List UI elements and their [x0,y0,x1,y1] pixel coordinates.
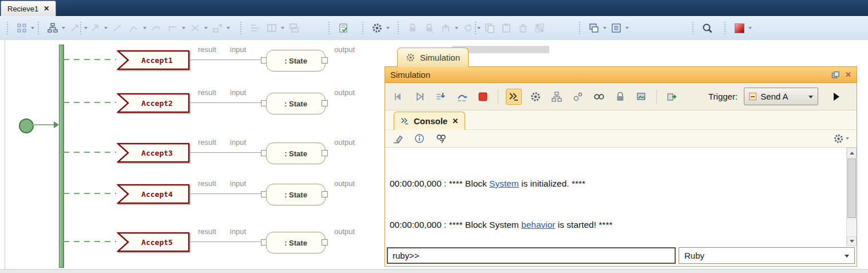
toolbar-grip[interactable] [38,22,41,34]
scrollbar-up-button[interactable] [847,148,857,157]
output-pin[interactable] [322,191,328,197]
console-options-button[interactable] [833,133,849,144]
output-pin[interactable] [322,100,328,106]
diagram-options-button[interactable] [370,21,384,35]
lock-edit-button[interactable] [422,21,436,35]
split-view-button[interactable] [265,21,279,35]
accept-event-action[interactable]: Accept4 [117,184,190,204]
state-action[interactable]: : State [266,50,326,72]
dropdown-caret-icon[interactable] [748,27,752,29]
dropdown-caret-icon[interactable] [227,27,230,29]
accept-event-action[interactable]: Accept5 [117,232,190,252]
terminate-button[interactable] [475,89,490,104]
sessions-button[interactable] [592,89,607,104]
scrollbar-down-button[interactable] [847,236,857,246]
align-button[interactable] [248,21,262,35]
state-action[interactable]: : State [266,143,326,164]
accept-event-action[interactable]: Accept2 [117,93,190,113]
remove-breakpoints-button[interactable] [188,21,202,35]
fill-color-button[interactable] [732,21,746,35]
state-action[interactable]: : State [266,93,326,114]
step-into-button[interactable] [433,89,448,104]
close-tab-icon[interactable]: ✕ [452,117,458,125]
copy-button[interactable] [483,21,497,35]
dropdown-caret-icon[interactable] [603,27,607,29]
dropdown-caret-icon[interactable] [31,27,34,29]
step-over-button[interactable] [454,89,469,104]
show-windows-button[interactable] [587,21,601,35]
output-pin[interactable] [322,239,328,246]
control-flow-dashed[interactable] [64,193,116,194]
output-pin[interactable] [322,57,328,64]
toolbar-grip[interactable] [240,22,243,34]
tab-simulation[interactable]: Simulation [397,48,469,67]
toolbar-grip[interactable] [692,22,695,34]
console-scrollbar[interactable] [846,148,857,246]
toolbar-grip[interactable] [7,22,10,34]
delete-button[interactable] [516,21,530,35]
stack-button[interactable] [287,21,301,35]
control-flow-dashed[interactable] [64,241,116,242]
refresh-button[interactable] [461,21,475,35]
lock-ui-button[interactable] [613,89,628,104]
toolbar-grip[interactable] [80,22,83,34]
instances-button[interactable] [570,89,585,104]
validate-diagram-button[interactable] [336,21,350,35]
paste-button[interactable] [500,21,513,35]
dropdown-caret-icon[interactable] [204,27,208,29]
initial-node[interactable] [19,118,34,133]
dropdown-caret-icon[interactable] [281,27,284,29]
tab-console[interactable]: Console ✕ [394,112,465,130]
toolbar-grip[interactable] [398,22,401,34]
control-flow-dashed[interactable] [64,152,116,153]
control-flow-dashed[interactable] [64,102,116,103]
rectilinear-tool-button[interactable] [166,21,180,35]
export-image-button[interactable] [634,89,649,104]
float-window-icon[interactable] [831,71,839,79]
dropdown-caret-icon[interactable] [62,27,65,29]
show-info-button[interactable] [412,131,427,146]
console-log-area[interactable]: 00:00:00,000 : **** Block System is init… [385,148,857,246]
object-flow-connector[interactable] [190,60,261,60]
toolbar-grip[interactable] [362,22,365,34]
accept-event-action[interactable]: Accept3 [117,143,190,163]
state-action[interactable]: : State [266,232,326,254]
toolbar-grip[interactable] [328,22,331,34]
object-flow-connector[interactable] [190,152,261,153]
close-tab-icon[interactable]: ✕ [43,5,49,13]
simulation-options-button[interactable] [528,89,543,104]
dropdown-caret-icon[interactable] [386,27,390,29]
polyline-tool-button[interactable] [127,21,141,35]
scrollbar-thumb[interactable] [847,159,856,218]
step-back-button[interactable] [391,89,406,104]
filter-sessions-button[interactable] [434,131,449,146]
line-tool-button[interactable] [110,21,124,35]
toolbar-grip[interactable] [475,22,478,34]
log-link[interactable]: behavior [521,220,555,230]
dropdown-caret-icon[interactable] [625,27,629,29]
next-trigger-icon[interactable] [834,93,839,101]
state-action[interactable]: : State [266,184,326,205]
simulation-window-titlebar[interactable]: Simulation ✕ [385,67,857,83]
accept-event-action[interactable]: Accept1 [117,50,190,70]
curve-tool-button[interactable] [149,21,163,35]
move-tool-button[interactable] [88,21,102,35]
object-flow-connector[interactable] [190,193,261,194]
console-language-select[interactable]: Ruby [679,247,855,264]
bottom-scrollbar-track[interactable] [0,269,868,273]
commit-button[interactable] [439,21,453,35]
ruby-prompt-input[interactable]: ruby>> [387,247,676,264]
object-flow-connector[interactable] [190,242,261,242]
export-results-button[interactable] [664,89,679,104]
console-toggle-button[interactable] [506,89,522,105]
dropdown-caret-icon[interactable] [455,27,458,29]
toolbar-grip[interactable] [579,22,582,34]
log-link[interactable]: System [489,179,519,188]
output-pin[interactable] [322,150,328,156]
variables-button[interactable] [549,89,564,104]
dropdown-caret-icon[interactable] [143,27,146,29]
document-tab[interactable]: Recieve1 ✕ [1,1,56,16]
clear-console-button[interactable] [390,131,405,146]
show-list-button[interactable] [609,21,623,35]
initial-flow-line[interactable] [33,124,54,125]
